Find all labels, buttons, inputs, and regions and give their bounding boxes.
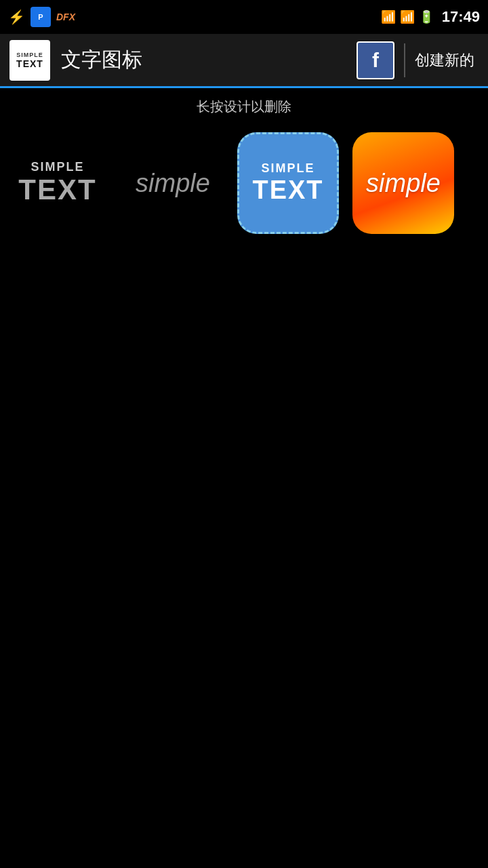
icons-grid: SIMPLE TEXT simple SIMPLE TEXT simple <box>0 125 488 241</box>
logo-text: TEXT <box>16 58 43 69</box>
logo-simple-text: SIMPLE <box>16 52 43 58</box>
icon2-text: simple <box>136 169 210 198</box>
icon-item-1[interactable]: SIMPLE TEXT <box>7 132 108 234</box>
icon-blue-container: SIMPLE TEXT <box>237 132 339 234</box>
facebook-button[interactable]: f <box>357 41 394 79</box>
dfx-icon: DFX <box>56 12 75 22</box>
icon1-line1: SIMPLE <box>30 161 84 174</box>
status-right: 📶 📶 🔋 17:49 <box>381 8 480 26</box>
parkbox-icon: P <box>30 7 51 27</box>
status-time: 17:49 <box>442 8 480 26</box>
divider <box>404 43 405 77</box>
status-bar: ⚡ P DFX 📶 📶 🔋 17:49 <box>0 0 488 34</box>
icon-item-3[interactable]: SIMPLE TEXT <box>237 132 339 234</box>
icon-item-2[interactable]: simple <box>122 132 224 234</box>
icon1-line2: TEXT <box>18 174 96 205</box>
icon-orange-container: simple <box>352 132 454 234</box>
icon-item-4[interactable]: simple <box>352 132 454 234</box>
hint-text: 长按设计以删除 <box>0 88 488 125</box>
app-title: 文字图标 <box>61 46 357 74</box>
status-left: ⚡ P DFX <box>8 7 75 27</box>
app-logo: SIMPLE TEXT <box>9 40 50 81</box>
icon4-text: simple <box>366 169 441 198</box>
usb-icon: ⚡ <box>8 9 25 25</box>
icon3-line1: SIMPLE <box>261 161 314 176</box>
battery-icon: 🔋 <box>419 9 434 24</box>
icon-gray-text-container: simple <box>122 132 224 234</box>
create-new-button[interactable]: 创建新的 <box>415 50 474 71</box>
app-bar: SIMPLE TEXT 文字图标 f 创建新的 <box>0 34 488 88</box>
icon3-line2: TEXT <box>252 176 323 205</box>
signal-icon: 📶 <box>400 9 415 24</box>
icon-plain-text-container: SIMPLE TEXT <box>7 132 108 234</box>
wifi-icon: 📶 <box>381 9 396 24</box>
